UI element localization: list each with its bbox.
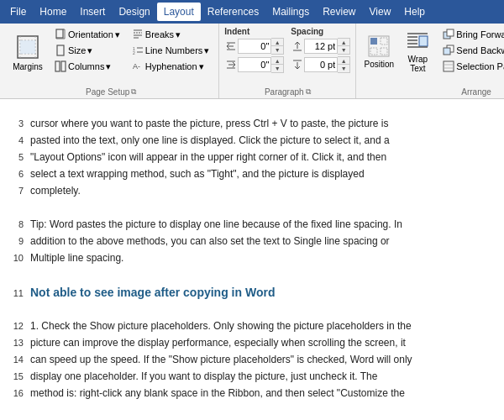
menu-review[interactable]: Review [316, 3, 362, 21]
size-label: Size [68, 45, 86, 55]
indent-right-up[interactable]: ▲ [271, 57, 283, 65]
indent-right-input[interactable] [238, 57, 271, 72]
hyphenation-dropdown: ▾ [199, 61, 204, 72]
send-backward-button[interactable]: Send Backward ▾ [438, 43, 504, 58]
line-text-5: "Layout Options" icon will appear in the… [30, 150, 497, 165]
indent-left-field: ▲ ▼ [224, 38, 284, 55]
svg-rect-30 [370, 38, 377, 45]
menu-help[interactable]: Help [397, 3, 432, 21]
line-text-3: cursor where you want to paste the pictu… [30, 116, 497, 131]
orientation-button[interactable]: Orientation ▾ [50, 27, 124, 42]
spacing-before-up[interactable]: ▲ [338, 39, 349, 46]
menu-references[interactable]: References [201, 3, 265, 21]
menu-bar: File Home Insert Design Layout Reference… [0, 0, 504, 24]
page-setup-expand[interactable]: ⧉ [131, 87, 136, 97]
line-num-6: 6 [7, 167, 24, 181]
spacing-label: Spacing [291, 27, 350, 36]
empty-line-3 [7, 302, 497, 318]
line-16: 16 method is: right-click any blank spac… [7, 386, 497, 402]
spacing-before-field: ▲ ▼ [291, 38, 350, 55]
svg-rect-7 [57, 45, 64, 55]
wrap-text-label: Wrap Text [402, 55, 433, 73]
indent-right-down[interactable]: ▼ [271, 65, 283, 72]
spacing-after-up[interactable]: ▲ [338, 57, 349, 65]
menu-layout[interactable]: Layout [157, 3, 201, 21]
menu-design[interactable]: Design [112, 3, 156, 21]
spacing-before-down[interactable]: ▼ [338, 46, 349, 54]
spacing-col: Spacing ▲ ▼ [291, 27, 350, 73]
line-num-9: 9 [7, 234, 24, 249]
bring-forward-button[interactable]: Bring Forward ▾ [438, 27, 504, 42]
line-num-14: 14 [7, 353, 24, 367]
size-dropdown: ▾ [87, 45, 92, 56]
line-num-12: 12 [7, 319, 24, 333]
spacing-before-spinners: ▲ ▼ [338, 38, 350, 55]
arrange-label: Arrange [361, 86, 504, 97]
spacing-after-icon [291, 57, 304, 72]
spacing-before-icon [291, 39, 304, 54]
paragraph-content: Indent ▲ ▼ ▲ [224, 27, 350, 86]
spacing-after-input[interactable] [304, 57, 338, 72]
indent-right-spinners: ▲ ▼ [271, 56, 284, 73]
line-text-7: completely. [30, 183, 497, 198]
line-text-10: Multiple line spacing. [30, 250, 497, 265]
svg-rect-6 [56, 29, 63, 38]
line-6: 6 select a text wrapping method, such as… [7, 166, 497, 183]
line-12: 12 1. Check the Show picture placeholder… [7, 318, 497, 335]
menu-file[interactable]: File [3, 3, 33, 21]
hyphenation-button[interactable]: A- Hyphenation ▾ [128, 59, 213, 74]
line-9: 9 addition to the above methods, you can… [7, 234, 497, 250]
spacing-after-down[interactable]: ▼ [338, 65, 349, 72]
page-setup-group: Margins Orientation ▾ Size ▾ Columns ▾ [3, 24, 219, 98]
line-text-13: picture can improve the display performa… [30, 335, 497, 350]
menu-mailings[interactable]: Mailings [265, 3, 316, 21]
paragraph-group: Indent ▲ ▼ ▲ [219, 24, 356, 98]
line-text-6: select a text wrapping method, such as "… [30, 166, 497, 181]
indent-right-icon [224, 57, 238, 72]
wrap-text-icon [406, 29, 429, 53]
size-button[interactable]: Size ▾ [50, 43, 124, 58]
spacing-before-input[interactable] [304, 39, 338, 54]
line-text-11: Not able to see image after copying in W… [30, 284, 497, 302]
position-label: Position [365, 60, 395, 69]
orientation-dropdown: ▾ [115, 29, 120, 40]
selection-pane-button[interactable]: Selection Pane [438, 59, 504, 74]
indent-col: Indent ▲ ▼ ▲ [224, 27, 284, 73]
line-11: 11 Not able to see image after copying i… [7, 284, 497, 302]
columns-button[interactable]: Columns ▾ [50, 59, 124, 74]
empty-line-2 [7, 267, 497, 284]
page-setup-small-row1: Orientation ▾ Size ▾ Columns ▾ [50, 27, 124, 74]
paragraph-label: Paragraph ⧉ [224, 86, 350, 97]
line-13: 13 picture can improve the display perfo… [7, 335, 497, 352]
svg-rect-32 [370, 48, 377, 55]
svg-rect-5 [20, 40, 35, 54]
indent-left-input[interactable] [238, 39, 271, 54]
line-14: 14 can speed up the speed. If the "Show … [7, 352, 497, 369]
menu-insert[interactable]: Insert [73, 3, 112, 21]
menu-view[interactable]: View [363, 3, 398, 21]
breaks-dropdown: ▾ [176, 29, 181, 40]
paragraph-expand[interactable]: ⧉ [306, 87, 311, 97]
empty-line-1 [7, 200, 497, 217]
svg-rect-44 [444, 61, 454, 71]
indent-left-up[interactable]: ▲ [271, 39, 283, 46]
line-num-8: 8 [7, 218, 24, 232]
line-3: 3 cursor where you want to paste the pic… [7, 116, 497, 133]
svg-rect-8 [55, 61, 60, 71]
page-setup-label: Page Setup ⧉ [8, 86, 213, 97]
line-10: 10 Multiple line spacing. [7, 250, 497, 267]
send-backward-label: Send Backward [456, 45, 504, 55]
arrange-group: Position Wrap Text [356, 24, 504, 98]
line-numbers-button[interactable]: 12 Line Numbers ▾ [128, 43, 213, 58]
line-numbers-label: Line Numbers [145, 45, 202, 55]
position-button[interactable]: Position [361, 27, 396, 76]
line-num-15: 15 [7, 370, 24, 384]
line-text-8: Tip: Word pastes the picture to display … [30, 217, 497, 232]
breaks-button[interactable]: Breaks ▾ [128, 27, 213, 42]
line-15: 15 display one placeholder. If you want … [7, 369, 497, 386]
breaks-label: Breaks [145, 29, 174, 39]
margins-button[interactable]: Margins [8, 27, 47, 77]
menu-home[interactable]: Home [33, 3, 73, 21]
indent-left-down[interactable]: ▼ [271, 46, 283, 54]
wrap-text-button[interactable]: Wrap Text [400, 27, 435, 76]
